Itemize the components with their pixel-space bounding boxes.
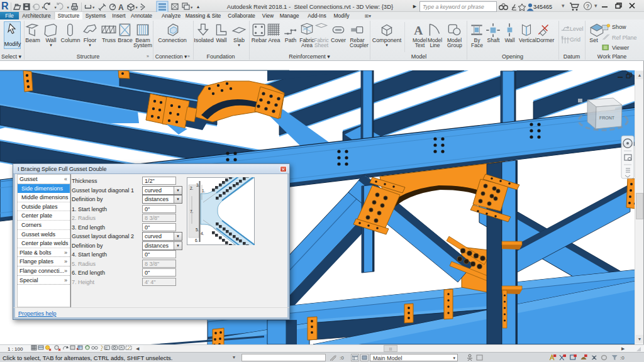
- svg-text:3.: 3.: [196, 183, 200, 187]
- svg-text:A: A: [118, 3, 124, 12]
- svg-text:6.: 6.: [195, 238, 199, 243]
- svg-text:▾: ▾: [55, 5, 57, 9]
- svg-text:▾: ▾: [92, 5, 95, 9]
- svg-text:4.: 4.: [201, 231, 204, 236]
- svg-text:A: A: [414, 24, 423, 37]
- svg-text:C: C: [105, 346, 108, 350]
- svg-text:▾: ▾: [67, 5, 70, 9]
- svg-text:2.: 2.: [190, 186, 194, 190]
- svg-text:7.: 7.: [190, 209, 194, 214]
- svg-text:▾: ▾: [136, 5, 138, 9]
- svg-text:1.: 1.: [202, 189, 206, 193]
- svg-text:5.: 5.: [196, 228, 199, 232]
- svg-text:FRONT: FRONT: [599, 116, 615, 120]
